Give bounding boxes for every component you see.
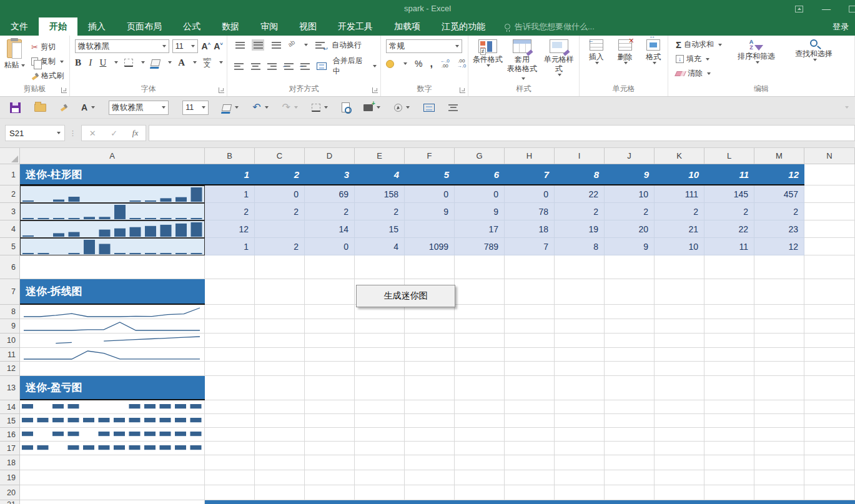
minimize-icon[interactable]: — <box>819 2 833 15</box>
cell-J2[interactable]: 10 <box>605 185 655 203</box>
cell-E6[interactable] <box>355 255 405 279</box>
column-header-G[interactable]: G <box>455 148 505 164</box>
cell-J10[interactable] <box>605 334 655 348</box>
cell-E16[interactable] <box>355 428 405 442</box>
cell-H1[interactable]: 7 <box>505 164 555 185</box>
row-header-18[interactable]: 18 <box>0 455 20 470</box>
cell-J13[interactable] <box>605 376 655 400</box>
cell-D18[interactable] <box>305 455 355 470</box>
row-header-8[interactable]: 8 <box>0 305 20 319</box>
cell-I10[interactable] <box>555 334 605 348</box>
font-size-select[interactable]: 11 <box>182 101 209 115</box>
cell-N6[interactable] <box>804 255 855 279</box>
cell-H21[interactable] <box>505 500 555 504</box>
cell-J6[interactable] <box>605 255 655 279</box>
cell-H2[interactable]: 0 <box>505 185 555 203</box>
formula-input[interactable] <box>149 125 855 141</box>
cell-B15[interactable] <box>205 414 255 428</box>
cell-I12[interactable] <box>555 362 605 376</box>
cell-J21[interactable] <box>605 500 655 504</box>
cell-L7[interactable] <box>704 279 754 305</box>
cell-M3[interactable]: 2 <box>754 203 804 220</box>
column-header-H[interactable]: H <box>505 148 555 164</box>
cell-I5[interactable]: 8 <box>555 238 605 255</box>
cell-M1[interactable]: 12 <box>754 164 804 185</box>
cell-G2[interactable]: 0 <box>455 185 505 203</box>
cell-H13[interactable] <box>505 376 555 400</box>
cell-E17[interactable] <box>355 442 405 455</box>
cell-F9[interactable] <box>405 319 455 334</box>
font-name-select[interactable]: 微软雅黑 <box>75 39 169 53</box>
cell-D11[interactable] <box>305 348 355 362</box>
cell-D3[interactable]: 2 <box>305 203 355 220</box>
ribbon-tab[interactable]: 数据 <box>211 17 250 36</box>
cell-N17[interactable] <box>804 442 855 455</box>
cell-L14[interactable] <box>704 400 754 414</box>
cell-M19[interactable] <box>754 470 804 485</box>
cell-F6[interactable] <box>405 255 455 279</box>
autosum-button[interactable]: Σ自动求和 <box>673 38 724 51</box>
cell-A12[interactable] <box>20 362 205 376</box>
fill-color-button[interactable] <box>222 104 239 111</box>
cell-E15[interactable] <box>355 414 405 428</box>
cell-A1[interactable]: 迷你-柱形图 <box>20 164 205 185</box>
cell-J3[interactable]: 2 <box>605 203 655 220</box>
cell-N5[interactable] <box>804 238 855 255</box>
cell-I20[interactable] <box>555 485 605 500</box>
cell-L3[interactable]: 2 <box>704 203 754 220</box>
cell-B2[interactable]: 1 <box>205 185 255 203</box>
cell-G16[interactable] <box>455 428 505 442</box>
cell-I3[interactable]: 2 <box>555 203 605 220</box>
cell-H5[interactable]: 7 <box>505 238 555 255</box>
cell-I21[interactable] <box>555 500 605 504</box>
cell-L6[interactable] <box>704 255 754 279</box>
cell-K4[interactable]: 21 <box>655 220 704 238</box>
row-header-21[interactable]: 21 <box>0 500 20 504</box>
row-header-20[interactable]: 20 <box>0 485 20 500</box>
cell-L20[interactable] <box>704 485 754 500</box>
cell-G10[interactable] <box>455 334 505 348</box>
decrease-decimal-icon[interactable]: .00→.0 <box>457 59 467 69</box>
generate-sparkline-button[interactable]: 生成迷你图 <box>356 285 455 307</box>
cell-A21[interactable] <box>20 500 205 504</box>
cell-H9[interactable] <box>505 319 555 334</box>
cell-G12[interactable] <box>455 362 505 376</box>
cell-A20[interactable] <box>20 485 205 500</box>
orientation-icon[interactable] <box>288 41 297 49</box>
cell-C15[interactable] <box>255 414 305 428</box>
percent-format-icon[interactable]: % <box>415 59 422 69</box>
column-header-I[interactable]: I <box>555 148 605 164</box>
cell-D16[interactable] <box>305 428 355 442</box>
align-center-button[interactable] <box>448 104 458 111</box>
cell-B1[interactable]: 1 <box>205 164 255 185</box>
cell-G20[interactable] <box>455 485 505 500</box>
cell-J15[interactable] <box>605 414 655 428</box>
italic-icon[interactable]: I <box>87 57 93 68</box>
row-header-4[interactable]: 4 <box>0 220 20 238</box>
cell-G3[interactable]: 9 <box>455 203 505 220</box>
merge-button[interactable] <box>423 104 435 112</box>
font-color-button[interactable]: A <box>81 102 95 112</box>
cell-A19[interactable] <box>20 470 205 485</box>
row-header-3[interactable]: 3 <box>0 203 20 220</box>
cell-J18[interactable] <box>605 455 655 470</box>
row-header-1[interactable]: 1 <box>0 164 20 185</box>
cell-D17[interactable] <box>305 442 355 455</box>
cell-F17[interactable] <box>405 442 455 455</box>
cell-H12[interactable] <box>505 362 555 376</box>
cell-M17[interactable] <box>754 442 804 455</box>
cell-D9[interactable] <box>305 319 355 334</box>
cell-G14[interactable] <box>455 400 505 414</box>
cell-A11[interactable] <box>20 348 205 362</box>
cell-I8[interactable] <box>555 305 605 319</box>
cell-J8[interactable] <box>605 305 655 319</box>
cell-B4[interactable]: 12 <box>205 220 255 238</box>
cell-B18[interactable] <box>205 455 255 470</box>
increase-indent-icon[interactable]: → <box>300 61 310 72</box>
number-format-select[interactable]: 常规 <box>386 39 462 53</box>
row-header-15[interactable]: 15 <box>0 414 20 428</box>
cell-D19[interactable] <box>305 470 355 485</box>
cell-B12[interactable] <box>205 362 255 376</box>
cell-B11[interactable] <box>205 348 255 362</box>
borders-button[interactable] <box>312 104 328 112</box>
